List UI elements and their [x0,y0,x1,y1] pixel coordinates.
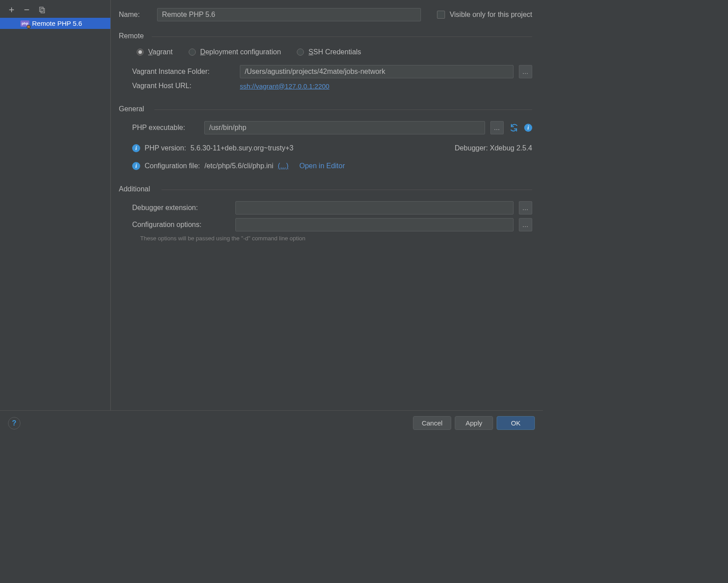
section-general-title: General [119,105,532,113]
browse-debugger-ext-button[interactable] [519,201,532,215]
config-file-more-link[interactable]: (...) [278,162,288,170]
php-version-label: PHP version: [145,144,186,152]
visible-project-label: Visible only for this project [449,11,532,19]
svg-rect-1 [41,8,44,13]
visible-project-checkbox[interactable]: Visible only for this project [437,11,532,19]
radio-vagrant[interactable]: VVagrantagrant [137,48,173,56]
php-version-value: 5.6.30-11+deb.sury.org~trusty+3 [190,144,293,152]
name-label: Name: [119,11,150,19]
config-options-input[interactable] [235,218,514,231]
debugger-value: Xdebug 2.5.4 [490,144,532,152]
open-in-editor-link[interactable]: Open in Editor [299,162,345,170]
sidebar-item-remote-php[interactable]: php Remote PHP 5.6 [0,18,110,29]
browse-folder-button[interactable] [519,65,532,78]
vagrant-instance-folder-label: Vagrant Instance Folder: [132,68,235,76]
info-icon: i [132,162,140,170]
vagrant-instance-folder-input[interactable] [240,65,514,78]
sidebar: php Remote PHP 5.6 [0,0,111,410]
info-icon[interactable]: i [524,124,532,132]
php-executable-input[interactable] [204,121,485,134]
apply-button[interactable]: Apply [455,416,493,430]
remove-icon[interactable] [22,5,31,14]
php-executable-label: PHP executable: [132,124,199,132]
radio-dot-icon [189,49,196,56]
sidebar-toolbar [0,4,110,18]
section-remote-title: Remote [119,32,532,40]
radio-ssh[interactable]: SSSH CredentialsSH Credentials [297,48,361,56]
php-remote-icon: php [20,20,29,27]
content-panel: Name: Visible only for this project Remo… [111,0,543,410]
name-input[interactable] [157,8,421,21]
config-options-label: Configuration options: [132,221,230,229]
refresh-icon[interactable] [509,123,519,133]
config-file-label: Configuration file: [145,162,200,170]
sidebar-item-label: Remote PHP 5.6 [32,20,82,27]
debugger-label: Debugger: [455,144,488,152]
radio-dot-icon [137,49,144,56]
checkbox-box-icon [437,11,445,19]
cancel-button[interactable]: Cancel [413,416,451,430]
config-options-hint: These options will be passed using the "… [119,235,532,242]
radio-dot-icon [297,49,304,56]
vagrant-host-url-link[interactable]: ssh://vagrant@127.0.0.1:2200 [240,82,329,90]
debugger-extension-label: Debugger extension: [132,204,230,212]
add-icon[interactable] [7,5,16,14]
help-icon[interactable]: ? [8,417,20,429]
interpreter-list: php Remote PHP 5.6 [0,18,110,410]
debugger-extension-input[interactable] [235,201,514,215]
browse-config-options-button[interactable] [519,218,532,231]
svg-rect-0 [40,7,43,12]
copy-icon[interactable] [37,5,46,14]
ok-button[interactable]: OK [497,416,535,430]
radio-deployment[interactable]: DDeployment configurationeployment confi… [189,48,281,56]
vagrant-host-url-label: Vagrant Host URL: [132,82,235,90]
footer: ? Cancel Apply OK [0,410,543,436]
section-additional-title: Additional [119,185,532,193]
info-icon: i [132,144,140,152]
config-file-value: /etc/php/5.6/cli/php.ini [205,162,274,170]
browse-php-exe-button[interactable] [490,121,504,134]
